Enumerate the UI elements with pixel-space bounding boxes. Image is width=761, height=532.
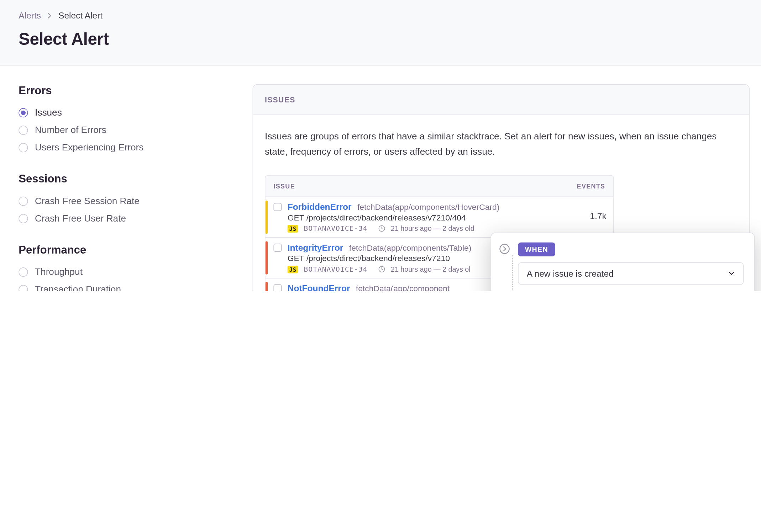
radio-icon <box>19 197 28 206</box>
error-name[interactable]: IntegrityError <box>288 243 343 252</box>
when-condition-value: A new issue is created <box>527 268 614 278</box>
error-function: fetchData(app/components/HoverCard) <box>357 202 500 212</box>
sidebar-item[interactable]: Transaction Duration <box>19 281 234 291</box>
sidebar-item[interactable]: Number of Errors <box>19 122 234 139</box>
row-checkbox[interactable] <box>273 284 282 291</box>
issue-age: 21 hours ago — 2 days old <box>391 224 474 233</box>
sidebar-group-title: Performance <box>19 244 234 256</box>
panel-header: ISSUES <box>253 85 749 115</box>
radio-icon <box>19 126 28 135</box>
sidebar-item-label: Crash Free User Rate <box>35 213 126 224</box>
level-indicator <box>266 241 268 275</box>
error-function: fetchData(app/components/Table) <box>349 243 472 252</box>
when-condition-select[interactable]: A new issue is created <box>518 262 744 285</box>
chevron-down-icon <box>728 268 735 278</box>
svg-point-3 <box>500 244 509 254</box>
sidebar-item-label: Users Experiencing Errors <box>35 143 143 153</box>
error-function: fetchData(app/component <box>356 284 450 291</box>
radio-icon <box>19 267 28 277</box>
radio-icon <box>19 143 28 152</box>
sidebar-item-label: Throughput <box>35 267 83 277</box>
radio-icon <box>19 108 28 117</box>
when-badge: WHEN <box>518 243 555 256</box>
column-header-issue: ISSUE <box>273 183 570 190</box>
level-indicator <box>266 201 268 234</box>
row-checkbox[interactable] <box>273 203 282 211</box>
project-code: BOTANAVOICE-34 <box>304 224 368 233</box>
level-indicator <box>266 282 268 291</box>
radio-icon <box>19 214 28 223</box>
when-then-popover: WHEN A new issue is created <box>490 233 755 291</box>
error-name[interactable]: ForbiddenError <box>288 202 352 212</box>
chevron-right-icon <box>47 10 52 20</box>
sidebar-item[interactable]: Throughput <box>19 264 234 281</box>
error-path: GET /projects/direct/backend/releases/v7… <box>288 213 575 222</box>
sidebar-item-label: Issues <box>35 107 62 118</box>
clock-icon <box>378 266 385 273</box>
alert-config-panel: ISSUES Issues are groups of errors that … <box>253 84 750 291</box>
platform-badge: JS <box>288 266 298 273</box>
sidebar-item[interactable]: Issues <box>19 104 234 122</box>
sidebar-item-label: Transaction Duration <box>35 284 121 291</box>
sidebar-item[interactable]: Users Experiencing Errors <box>19 139 234 156</box>
panel-description: Issues are groups of errors that have a … <box>265 129 738 159</box>
page-header: Alerts Select Alert Select Alert <box>0 0 761 66</box>
event-count: 1.7k <box>575 202 606 233</box>
error-name[interactable]: NotFoundError <box>288 283 350 291</box>
breadcrumb-link-alerts[interactable]: Alerts <box>19 10 41 20</box>
clock-icon <box>378 225 385 232</box>
sidebar-group-title: Sessions <box>19 173 234 186</box>
alert-type-sidebar: ErrorsIssuesNumber of ErrorsUsers Experi… <box>19 84 234 291</box>
breadcrumb: Alerts Select Alert <box>19 10 742 20</box>
sidebar-item-label: Number of Errors <box>35 125 106 135</box>
row-checkbox[interactable] <box>273 244 282 252</box>
column-header-events: EVENTS <box>570 183 605 190</box>
chevron-right-circle-icon <box>499 244 510 254</box>
sidebar-item-label: Crash Free Session Rate <box>35 196 140 206</box>
issue-meta: JSBOTANAVOICE-3421 hours ago — 2 days ol… <box>288 224 575 233</box>
sidebar-item[interactable]: Crash Free User Rate <box>19 210 234 227</box>
issue-age: 21 hours ago — 2 days ol <box>391 265 471 273</box>
project-code: BOTANAVOICE-34 <box>304 265 368 273</box>
sidebar-item[interactable]: Crash Free Session Rate <box>19 192 234 210</box>
radio-icon <box>19 285 28 291</box>
page-title: Select Alert <box>19 30 742 49</box>
issue-row[interactable]: ForbiddenErrorfetchData(app/components/H… <box>266 197 614 237</box>
breadcrumb-current: Select Alert <box>58 10 103 20</box>
sidebar-group-title: Errors <box>19 84 234 97</box>
platform-badge: JS <box>288 225 298 232</box>
